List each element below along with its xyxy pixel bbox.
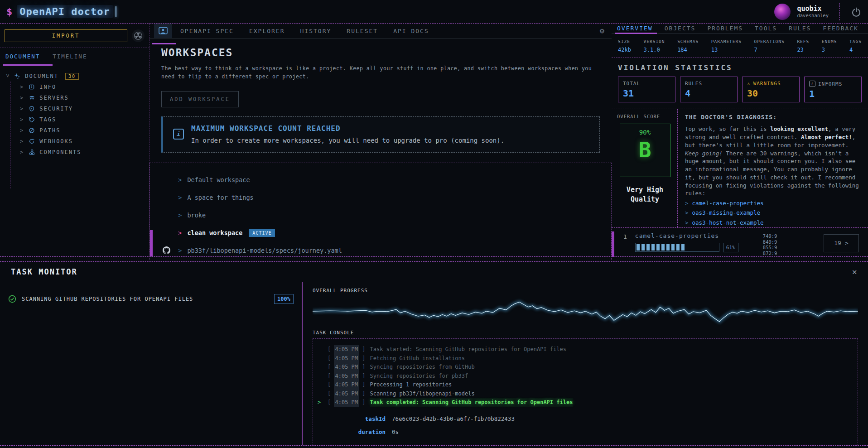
workspace-panel: OPENAPI SPEC EXPLORER HISTORY RULESET AP… (149, 24, 612, 256)
workspace-item-github[interactable]: > pb33f/libopenapi-models/specs/journey.… (150, 242, 611, 260)
violation-rule-row[interactable]: 1 camel-case-properties 61% 749:9 849:9 … (612, 227, 868, 256)
task-console[interactable]: >[ 4:05 PM ]Task started: Scanning GitHu… (313, 338, 858, 445)
warning-icon: ⚠ (747, 81, 751, 87)
tree-item-tags[interactable]: > TAGS (5, 114, 149, 125)
workspace-name: clean workspace (187, 229, 242, 236)
chevron-right-icon[interactable]: > (20, 138, 24, 145)
close-icon[interactable]: × (852, 267, 857, 277)
tab-explorer[interactable]: EXPLORER (249, 28, 285, 34)
tab-objects[interactable]: OBJECTS (665, 25, 696, 32)
power-icon[interactable] (851, 6, 862, 17)
tree-item-paths[interactable]: > PATHS (5, 125, 149, 136)
tab-problems[interactable]: PROBLEMS (707, 25, 743, 32)
stat-version: VERSION3.1.0 (644, 39, 665, 53)
tree-item-security[interactable]: > SECURITY (5, 103, 149, 114)
tab-timeline[interactable]: TIMELINE (53, 53, 87, 60)
app-title: OpenAPI doctor (17, 5, 112, 18)
workspace-item[interactable]: > Default workspace (150, 171, 611, 189)
info-icon: i (173, 129, 184, 140)
tree-item-info[interactable]: > INFO (5, 82, 149, 92)
tab-overview[interactable]: OVERVIEW (617, 25, 653, 32)
task-label: SCANNING GITHUB REPOSITORIES FOR OPENAPI… (22, 296, 193, 302)
tag-icon (28, 116, 35, 123)
chevron-right-icon[interactable]: > (20, 127, 24, 134)
chevron-down-icon[interactable]: > (5, 74, 11, 78)
log-line-success: >[ 4:05 PM ]Task completed: Scanning Git… (318, 398, 853, 407)
tab-feedback[interactable]: FEEDBACK (823, 25, 858, 32)
tree-item-components[interactable]: > COMPONENTS (5, 147, 149, 158)
github-icon (163, 246, 170, 254)
workspace-item-active[interactable]: > clean workspace ACTIVE (150, 224, 611, 242)
rule-progress-fill (637, 244, 686, 250)
rule-location[interactable]: 855:9 (763, 245, 777, 250)
rule-link[interactable]: >camel-case-properties (685, 198, 862, 208)
tab-api-docs[interactable]: API DOCS (393, 28, 429, 34)
log-line: >[ 4:05 PM ]Syncing repositories for pb3… (318, 372, 853, 381)
violation-cards: TOTAL 31 RULES 4 ⚠WARNINGS 30 iINFORMS 1 (618, 77, 862, 102)
tab-tools[interactable]: TOOLS (755, 25, 777, 32)
meta-value: 0s (392, 429, 853, 435)
score-box: 90% B (620, 124, 670, 177)
chevron-right-icon[interactable]: > (20, 149, 24, 155)
card-informs: iINFORMS 1 (804, 77, 862, 102)
chevron-right-icon: > (178, 194, 182, 201)
chevron-right-icon[interactable]: > (20, 84, 24, 90)
meta-key: duration (318, 429, 386, 435)
chevron-right-icon[interactable]: > (20, 95, 24, 101)
task-row[interactable]: SCANNING GITHUB REPOSITORIES FOR OPENAPI… (8, 294, 294, 304)
tab-ruleset[interactable]: RULESET (347, 28, 378, 34)
rule-progress-bar (635, 243, 719, 252)
rule-link[interactable]: >oas3-missing-example (685, 208, 862, 217)
workspace-item[interactable]: > broke (150, 207, 611, 224)
gear-icon[interactable]: ⚙ (600, 26, 604, 35)
rule-location[interactable]: 749:9 (763, 233, 777, 239)
tree-item-label: TAGS (39, 116, 56, 123)
chevron-right-icon[interactable]: > (20, 116, 24, 123)
add-workspace-button[interactable]: ADD WORKSPACE (161, 91, 239, 107)
task-monitor: TASK MONITOR × SCANNING GITHUB REPOSITOR… (0, 261, 868, 446)
notice-body: In order to create more workspaces, you … (191, 137, 591, 144)
app-root: $ OpenAPI doctor quobix daveshanley IMPO… (0, 0, 868, 448)
tree-item-label: COMPONENTS (39, 149, 81, 155)
tab-rules[interactable]: RULES (789, 25, 811, 32)
import-button[interactable]: IMPORT (5, 29, 127, 42)
rule-pager-button[interactable]: 19> (824, 234, 859, 252)
chevron-right-icon: > (178, 212, 182, 219)
tree-item-servers[interactable]: > SERVERS (5, 92, 149, 103)
rule-link[interactable]: >oas3-host-not-example (685, 218, 862, 227)
scrollbar-thumb[interactable] (612, 231, 614, 257)
task-monitor-body: SCANNING GITHUB REPOSITORIES FOR OPENAPI… (0, 282, 868, 445)
task-list-column: SCANNING GITHUB REPOSITORIES FOR OPENAPI… (0, 282, 303, 445)
components-icon (28, 149, 35, 156)
header: $ OpenAPI doctor quobix daveshanley (0, 0, 868, 24)
rule-progress: 61% (635, 243, 753, 252)
servers-icon (28, 95, 35, 101)
active-badge: ACTIVE (249, 229, 275, 237)
tree-guide-line (10, 82, 10, 188)
stat-enums: ENUMS3 (822, 39, 837, 53)
rule-location[interactable]: 849:9 (763, 239, 777, 245)
rule-location[interactable]: 872:9 (763, 250, 777, 256)
user-names: quobix daveshanley (797, 5, 829, 19)
max-workspace-notice: i MAXIMUM WORKSPACE COUNT REACHED In ord… (161, 116, 600, 153)
workspace-tabbar: OPENAPI SPEC EXPLORER HISTORY RULESET AP… (149, 24, 612, 39)
workspace-item[interactable]: > A space for things (150, 189, 611, 207)
avatar[interactable] (774, 4, 791, 20)
tree-item-label: INFO (39, 84, 56, 90)
spec-stats-row: SIZE42kb VERSION3.1.0 SCHEMAS184 PARAMET… (612, 34, 868, 58)
log-line: >[ 4:05 PM ]Fetching GitHub installation… (318, 354, 853, 363)
chevron-right-icon[interactable]: > (20, 106, 24, 112)
radiation-icon[interactable] (132, 29, 145, 42)
workspaces-person-icon[interactable] (154, 24, 172, 38)
chevron-right-icon: > (178, 176, 182, 183)
sidebar-tabbar: DOCUMENT TIMELINE (0, 48, 149, 65)
stat-tags: TAGS4 (849, 39, 862, 53)
stat-schemas: SCHEMAS184 (677, 39, 699, 53)
tab-document[interactable]: DOCUMENT (5, 53, 40, 60)
tab-history[interactable]: HISTORY (300, 28, 332, 34)
tree-root-document[interactable]: > DOCUMENT 30 (5, 71, 149, 82)
stat-size: SIZE42kb (618, 39, 631, 53)
task-progress-column: OVERALL PROGRESS TASK CONSOLE >[ 4:05 PM… (303, 282, 868, 445)
tab-openapi-spec[interactable]: OPENAPI SPEC (180, 28, 234, 34)
tree-item-webhooks[interactable]: > WEBHOOKS (5, 136, 149, 147)
